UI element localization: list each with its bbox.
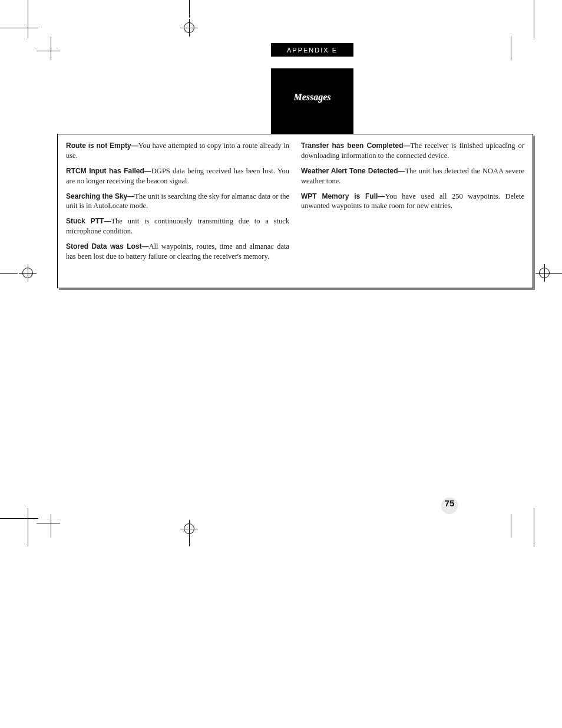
crop-mark <box>0 273 18 274</box>
message-term: Transfer has been Completed— <box>301 141 411 150</box>
message-entry: Route is not Empty—You have attempted to… <box>66 141 289 161</box>
trim-line <box>51 514 51 538</box>
right-column: Transfer has been Completed—The receiver… <box>301 141 524 281</box>
message-term: Stored Data was Lost— <box>66 242 148 251</box>
message-term: Searching the Sky— <box>66 192 134 200</box>
trim-line <box>37 51 60 51</box>
message-term: WPT Memory is Full— <box>301 192 385 200</box>
message-term: Stuck PTT— <box>66 217 111 225</box>
crop-mark <box>28 0 28 38</box>
appendix-label: APPENDIX E <box>271 43 353 57</box>
message-entry: WPT Memory is Full—You have used all 250… <box>301 192 524 212</box>
page-number: 75 <box>442 498 457 508</box>
trim-line <box>51 37 51 60</box>
crop-mark <box>189 529 190 546</box>
message-entry: Stored Data was Lost—All waypoints, rout… <box>66 242 289 262</box>
page-number-badge: 75 <box>442 498 457 513</box>
trim-line <box>511 37 511 60</box>
crop-mark <box>189 0 190 18</box>
crop-mark <box>28 508 28 546</box>
message-entry: Stuck PTT—The unit is continuously trans… <box>66 216 289 236</box>
crop-mark <box>544 273 562 274</box>
crop-mark <box>534 0 534 38</box>
header-block: APPENDIX E Messages <box>271 43 353 135</box>
trim-line <box>511 514 511 538</box>
message-entry: RTCM Input has Failed—DGPS data being re… <box>66 166 289 186</box>
section-title: Messages <box>271 68 353 135</box>
message-entry: Transfer has been Completed—The receiver… <box>301 141 524 161</box>
trim-line <box>37 523 60 523</box>
crop-mark <box>0 28 38 28</box>
crop-mark <box>534 508 534 546</box>
message-entry: Searching the Sky—The unit is searching … <box>66 192 289 212</box>
message-term: RTCM Input has Failed— <box>66 167 151 175</box>
messages-box: Route is not Empty—You have attempted to… <box>57 134 533 288</box>
crop-mark <box>0 518 38 519</box>
left-column: Route is not Empty—You have attempted to… <box>66 141 289 281</box>
message-term: Weather Alert Tone Detected— <box>301 167 405 175</box>
message-entry: Weather Alert Tone Detected—The unit has… <box>301 166 524 186</box>
message-term: Route is not Empty— <box>66 141 138 150</box>
